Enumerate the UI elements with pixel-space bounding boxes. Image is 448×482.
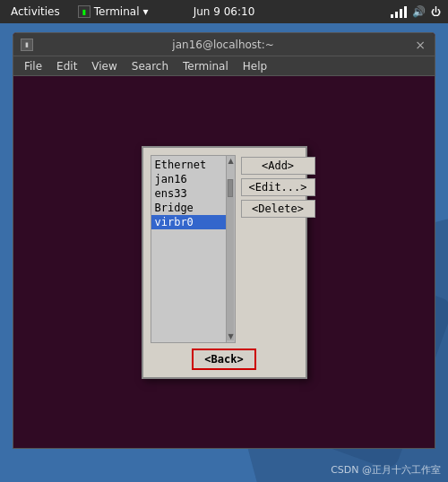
close-button[interactable]: ×	[413, 38, 427, 52]
terminal-window-icon: ▮	[21, 39, 33, 51]
dialog-overlay: Ethernet jan16 ens33 Bridge virbr0 ▲	[13, 76, 435, 448]
terminal-app-icon: ▮	[78, 5, 90, 18]
clock: Jun 9 06:10	[194, 5, 255, 18]
action-buttons-panel: <Add> <Edit...> <Delete>	[241, 155, 315, 218]
list-item-virbr0[interactable]: virbr0	[151, 215, 235, 229]
terminal-menubar: File Edit View Search Terminal Help	[13, 56, 435, 76]
terminal-title: jan16@localhost:~	[33, 39, 413, 51]
scrollbar-up-arrow[interactable]: ▲	[227, 156, 236, 167]
power-icon: ⏻	[431, 6, 441, 18]
network-icon	[391, 6, 407, 18]
nmtui-dialog: Ethernet jan16 ens33 Bridge virbr0 ▲	[142, 146, 307, 379]
activities-button[interactable]: Activities	[0, 0, 71, 23]
terminal-content: Ethernet jan16 ens33 Bridge virbr0 ▲	[13, 76, 435, 448]
topbar-right-icons: 🔊 ⏻	[391, 5, 441, 18]
add-button[interactable]: <Add>	[241, 157, 315, 175]
list-content: Ethernet jan16 ens33 Bridge virbr0	[151, 156, 235, 231]
scrollbar-track	[227, 179, 234, 340]
menu-terminal[interactable]: Terminal	[176, 58, 236, 74]
topbar: Activities ▮ Terminal ▾ Jun 9 06:10 🔊 ⏻	[0, 0, 448, 23]
watermark: CSDN @正月十六工作室	[331, 463, 441, 477]
delete-button[interactable]: <Delete>	[241, 200, 315, 218]
scrollbar-down-arrow[interactable]: ▼	[227, 331, 236, 342]
terminal-titlebar: ▮ jan16@localhost:~ ×	[13, 33, 435, 56]
menu-view[interactable]: View	[84, 58, 124, 74]
list-item-jan16[interactable]: jan16	[151, 172, 235, 186]
desktop: Activities ▮ Terminal ▾ Jun 9 06:10 🔊 ⏻	[0, 0, 448, 482]
menu-edit[interactable]: Edit	[49, 58, 84, 74]
connection-list-panel[interactable]: Ethernet jan16 ens33 Bridge virbr0 ▲	[151, 155, 236, 343]
list-item-bridge[interactable]: Bridge	[151, 201, 235, 215]
edit-button[interactable]: <Edit...>	[241, 178, 315, 196]
menu-file[interactable]: File	[17, 58, 49, 74]
scrollbar-thumb[interactable]	[228, 179, 233, 197]
list-item-ens33[interactable]: ens33	[151, 186, 235, 201]
terminal-window: ▮ jan16@localhost:~ × File Edit View Sea…	[13, 32, 435, 449]
volume-icon: 🔊	[412, 5, 426, 18]
dialog-inner: Ethernet jan16 ens33 Bridge virbr0 ▲	[151, 155, 298, 343]
dialog-bottom: <Back>	[151, 349, 298, 370]
menu-search[interactable]: Search	[125, 58, 176, 74]
menu-help[interactable]: Help	[236, 58, 274, 74]
terminal-app-menu[interactable]: ▮ Terminal ▾	[71, 5, 156, 18]
list-item-ethernet[interactable]: Ethernet	[151, 158, 235, 172]
list-scrollbar[interactable]: ▲ ▼	[226, 156, 235, 342]
back-button[interactable]: <Back>	[192, 349, 255, 370]
